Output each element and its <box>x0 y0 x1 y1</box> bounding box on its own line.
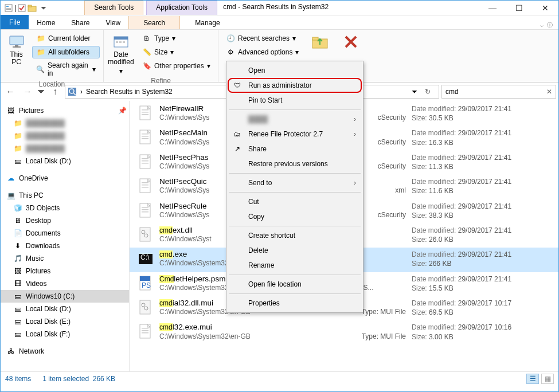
pictures-icon: 🖼 <box>13 266 22 276</box>
nav-music[interactable]: 🎵Music <box>1 252 129 265</box>
nav-pictures2[interactable]: 🖼Pictures <box>1 265 129 277</box>
drive-icon: 🖴 <box>13 292 22 301</box>
search-tools-tab[interactable]: Search Tools <box>84 1 143 15</box>
ctx-share[interactable]: ↗Share <box>228 142 362 156</box>
ctx-rename[interactable]: Rename <box>228 258 362 273</box>
file-icon: C:\ <box>138 250 154 268</box>
nav-downloads[interactable]: ⬇Downloads <box>1 240 129 252</box>
minimize-button[interactable]: — <box>479 1 506 15</box>
clear-search-icon[interactable]: ✕ <box>546 88 552 96</box>
file-date: Date modified: 29/09/2017 21:41 <box>412 226 555 235</box>
other-properties-button[interactable]: 🔖Other properties▾ <box>138 60 214 72</box>
nav-blur2[interactable]: 📁████████ <box>1 130 129 142</box>
all-subfolders-button[interactable]: 📁All subfolders <box>32 46 100 58</box>
nav-local-e[interactable]: 🖴Local Disk (E:) <box>1 315 129 328</box>
collapse-ribbon[interactable]: ⌵ ⓘ <box>540 19 558 29</box>
drive-icon: 🖴 <box>13 156 22 166</box>
manage-tab[interactable]: Manage <box>180 16 234 29</box>
svg-rect-22 <box>142 114 148 115</box>
file-icon <box>138 128 154 147</box>
search-again-in-button[interactable]: 🔍Search again in▾ <box>32 60 100 79</box>
ctx-open[interactable]: Open <box>228 63 362 78</box>
file-size: Size: 30.5 KB <box>412 113 555 123</box>
nav-local-d[interactable]: 🖴Local Disk (D:) <box>1 155 129 167</box>
view-tab[interactable]: View <box>97 16 128 29</box>
svg-rect-33 <box>142 185 148 186</box>
view-details-button[interactable]: ☰ <box>526 374 539 384</box>
current-folder-button[interactable]: 📁Current folder <box>32 32 100 45</box>
nav-local-f[interactable]: 🖴Local Disk (F:) <box>1 328 129 340</box>
ctx-run-as-admin[interactable]: 🛡Run as administrator <box>228 78 362 93</box>
qat-customize[interactable]: ⏷ <box>38 4 49 12</box>
svg-rect-32 <box>142 182 148 183</box>
svg-rect-38 <box>142 211 148 213</box>
nav-onedrive[interactable]: ☁OneDrive <box>1 172 129 185</box>
svg-text:PS: PS <box>142 281 151 289</box>
search-box[interactable]: ✕ <box>441 85 556 99</box>
close-button[interactable]: ✕ <box>532 1 558 15</box>
file-row[interactable]: cmdl32.exe.muiC:\Windows\System32\en-GBT… <box>130 320 558 344</box>
nav-3dobjects[interactable]: 🧊3D Objects <box>1 202 129 214</box>
nav-documents[interactable]: 📄Documents <box>1 227 129 240</box>
svg-rect-2 <box>6 8 11 9</box>
application-tools-tab[interactable]: Application Tools <box>146 1 217 15</box>
nav-blur1[interactable]: 📁████████ <box>1 117 129 130</box>
advanced-options-button[interactable]: ⚙Advanced options▾ <box>222 46 303 58</box>
nav-win10c[interactable]: 🖴Windows10 (C:) <box>1 290 129 303</box>
size-button[interactable]: 📏Size▾ <box>138 46 214 58</box>
pictures-icon: 🖼 <box>6 106 15 115</box>
type-button[interactable]: 🗎Type▾ <box>138 32 214 45</box>
new-folder-icon[interactable] <box>28 3 37 13</box>
ctx-create-shortcut[interactable]: Create shortcut <box>228 228 362 243</box>
drive-icon: 🖴 <box>13 317 22 326</box>
ctx-blur[interactable]: ████› <box>228 112 362 127</box>
svg-rect-21 <box>142 112 148 113</box>
folder-up-icon <box>311 34 329 49</box>
close-search-button[interactable] <box>337 32 365 49</box>
check-icon[interactable] <box>17 3 26 13</box>
nav-blur3[interactable]: 📁████████ <box>1 142 129 155</box>
svg-rect-52 <box>142 330 148 331</box>
this-pc-button[interactable]: This PC <box>4 32 29 66</box>
ctx-send-to[interactable]: Send to› <box>228 175 362 190</box>
file-size: Size: 11.3 KB <box>412 162 555 171</box>
nav-videos[interactable]: 🎞Videos <box>1 277 129 290</box>
recent-searches-button[interactable]: 🕘Recent searches▾ <box>222 32 303 45</box>
nav-this-pc[interactable]: 💻This PC <box>1 189 129 202</box>
svg-rect-24 <box>142 134 148 135</box>
svg-rect-3 <box>6 9 11 10</box>
refresh-button[interactable]: ↻ <box>421 88 434 96</box>
svg-rect-28 <box>142 158 148 159</box>
nav-local-d2[interactable]: 🖴Local Disk (D:) <box>1 303 129 315</box>
file-size: Size: 15.5 KB <box>412 284 555 293</box>
date-modified-button[interactable]: Date modified▾ <box>107 32 135 76</box>
search-input[interactable] <box>445 88 537 96</box>
ctx-properties[interactable]: Properties <box>228 296 362 311</box>
ctx-cut[interactable]: Cut <box>228 194 362 209</box>
search-tab[interactable]: Search <box>128 16 180 29</box>
home-tab[interactable]: Home <box>29 16 63 29</box>
maximize-button[interactable]: ☐ <box>506 1 532 15</box>
file-tab[interactable]: File <box>1 15 29 29</box>
nav-pane[interactable]: 🖼Pictures📌 📁████████ 📁████████ 📁████████… <box>1 101 130 371</box>
ctx-delete[interactable]: Delete <box>228 243 362 258</box>
ctx-pin-start[interactable]: Pin to Start <box>228 93 362 108</box>
file-name: cmdl32.exe.mui <box>159 323 406 332</box>
ctx-copy[interactable]: Copy <box>228 209 362 224</box>
nav-pictures[interactable]: 🖼Pictures📌 <box>1 104 129 117</box>
desktop-icon: 🖥 <box>13 216 22 225</box>
drive-icon: 🖴 <box>13 304 22 313</box>
share-tab[interactable]: Share <box>63 16 97 29</box>
ctx-open-location[interactable]: Open file location <box>228 277 362 292</box>
ctx-renee[interactable]: 🗂Renee File Protector 2.7› <box>228 127 362 142</box>
svg-rect-7 <box>10 36 24 45</box>
nav-desktop[interactable]: 🖥Desktop <box>1 214 129 227</box>
qat-sep-icon: | <box>14 4 16 12</box>
open-file-location-big[interactable] <box>306 32 334 49</box>
ctx-restore[interactable]: Restore previous versions <box>228 156 362 171</box>
file-date: Date modified: 29/09/2017 21:41 <box>412 153 555 162</box>
properties-icon[interactable] <box>4 3 13 13</box>
nav-network[interactable]: 🖧Network <box>1 345 129 358</box>
svg-rect-53 <box>142 332 148 334</box>
view-large-button[interactable]: ▦ <box>541 374 554 384</box>
